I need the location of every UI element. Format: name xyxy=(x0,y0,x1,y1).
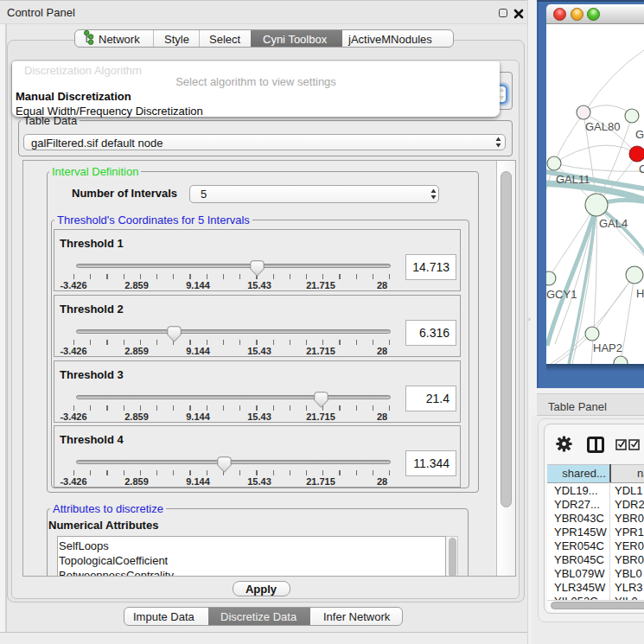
svg-text:GAL80: GAL80 xyxy=(585,120,620,133)
svg-text:GAL4: GAL4 xyxy=(599,217,628,230)
svg-text:H: H xyxy=(636,287,644,300)
svg-text:GCY1: GCY1 xyxy=(546,288,577,301)
svg-text:HAP2: HAP2 xyxy=(593,341,622,354)
svg-text:C: C xyxy=(639,163,644,175)
svg-text:GAL11: GAL11 xyxy=(556,173,590,186)
svg-text:GA: GA xyxy=(635,128,644,141)
